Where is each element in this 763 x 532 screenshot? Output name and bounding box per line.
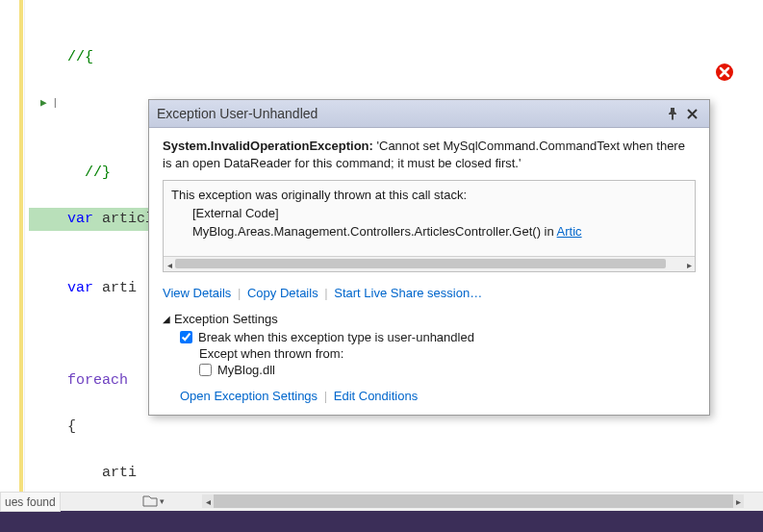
scroll-left-icon[interactable]: ◂ <box>202 494 214 508</box>
scroll-thumb[interactable] <box>175 259 666 268</box>
editor-gutter <box>0 0 25 532</box>
stack-frame: [External Code] <box>171 205 687 223</box>
open-exception-settings-link[interactable]: Open Exception Settings <box>180 389 318 403</box>
module-label: MyBlog.dll <box>217 363 275 377</box>
call-stack-box: This exception was originally thrown at … <box>163 180 696 272</box>
checkbox-label: Break when this exception type is user-u… <box>198 330 474 344</box>
issues-found-label[interactable]: ues found <box>0 492 61 512</box>
break-when-user-unhandled-checkbox[interactable] <box>180 331 192 343</box>
editor-bottom-bar: ues found ▾ ◂ ▸ <box>0 492 763 532</box>
stack-intro: This exception was originally thrown at … <box>171 187 687 205</box>
scroll-left-icon[interactable]: ◂ <box>164 257 175 272</box>
close-icon[interactable] <box>682 104 701 123</box>
start-live-share-link[interactable]: Start Live Share session… <box>334 286 482 300</box>
error-icon[interactable] <box>715 63 734 82</box>
status-bar <box>0 511 763 532</box>
except-when-label: Except when thrown from: <box>180 346 696 361</box>
scroll-thumb[interactable] <box>214 494 733 508</box>
chevron-down-icon: ▾ <box>160 496 165 506</box>
popup-action-row: View Details | Copy Details | Start Live… <box>163 282 696 310</box>
breakpoint-line-icon: | <box>52 95 59 113</box>
view-details-link[interactable]: View Details <box>163 286 231 300</box>
editor-horizontal-scrollbar[interactable]: ◂ ▸ <box>202 494 744 508</box>
edit-conditions-link[interactable]: Edit Conditions <box>334 389 418 403</box>
copy-details-link[interactable]: Copy Details <box>247 286 318 300</box>
code-keyword: foreach <box>67 372 128 389</box>
exception-message: System.InvalidOperationException: 'Canno… <box>163 138 696 172</box>
pin-icon[interactable] <box>663 104 682 123</box>
code-keyword: var <box>67 280 93 296</box>
code-comment: //} <box>85 165 111 181</box>
stack-frame: MyBlog.Areas.Management.Controllers.Arti… <box>171 223 687 241</box>
exception-popup: Exception User-Unhandled System.InvalidO… <box>148 99 710 416</box>
tag-navigator[interactable]: ▾ <box>142 494 165 508</box>
exception-settings-header[interactable]: ◢ Exception Settings <box>163 312 696 326</box>
code-comment: //{ <box>67 49 93 65</box>
source-link[interactable]: Artic <box>557 224 582 239</box>
play-icon[interactable]: ▶ <box>40 95 47 113</box>
scroll-right-icon[interactable]: ▸ <box>732 494 744 508</box>
stack-horizontal-scrollbar[interactable]: ◂ ▸ <box>164 256 695 271</box>
popup-title: Exception User-Unhandled <box>157 106 663 121</box>
scroll-right-icon[interactable]: ▸ <box>683 257 695 272</box>
module-except-checkbox[interactable] <box>199 364 212 376</box>
popup-titlebar[interactable]: Exception User-Unhandled <box>149 100 709 128</box>
collapse-icon[interactable]: ◢ <box>163 314 170 324</box>
